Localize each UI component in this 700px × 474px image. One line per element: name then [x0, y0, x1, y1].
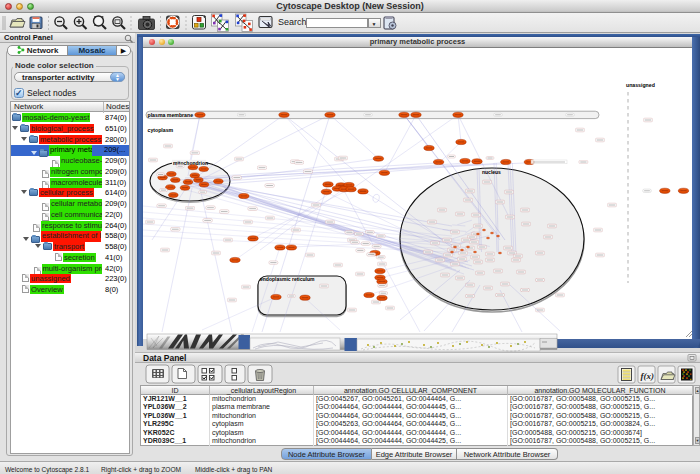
- svg-text:cytoplasm: cytoplasm: [148, 127, 174, 133]
- svg-text:endoplasmic reticulum: endoplasmic reticulum: [260, 276, 315, 282]
- svg-text:plasma membrane: plasma membrane: [148, 112, 194, 118]
- svg-text:nucleus: nucleus: [482, 169, 501, 175]
- svg-text:f(x): f(x): [641, 371, 655, 381]
- svg-text:unassigned: unassigned: [626, 82, 655, 88]
